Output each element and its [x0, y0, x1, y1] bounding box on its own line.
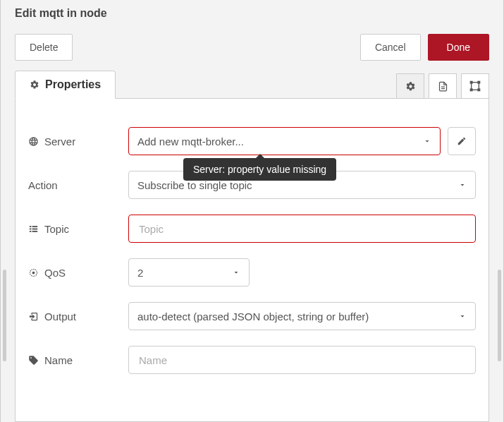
topic-label-text: Topic [44, 223, 69, 235]
name-label-text: Name [44, 354, 73, 366]
qos-row: QoS 2 [28, 258, 476, 287]
name-input-wrap [128, 346, 476, 374]
topic-input[interactable] [137, 215, 467, 242]
svg-rect-4 [478, 81, 480, 83]
chevron-down-icon [458, 312, 467, 320]
left-scroll-indicator [3, 270, 6, 361]
server-select[interactable]: Add new mqtt-broker... [128, 127, 441, 155]
tab-description-icon[interactable] [429, 73, 457, 99]
server-row: Server Add new mqtt-broker... Server: pr… [28, 127, 476, 155]
svg-point-14 [32, 272, 35, 274]
topic-label: Topic [28, 223, 128, 235]
tab-properties-label: Properties [45, 78, 101, 91]
topic-row: Topic [28, 215, 476, 243]
done-button[interactable]: Done [428, 34, 489, 61]
svg-rect-7 [30, 226, 32, 227]
pencil-icon [457, 136, 467, 146]
output-select-value: auto-detect (parsed JSON object, string … [137, 311, 369, 322]
form-area: Server Add new mqtt-broker... Server: pr… [15, 99, 489, 422]
tab-settings-icon[interactable] [396, 73, 424, 99]
server-label-text: Server [44, 135, 75, 147]
qos-label: QoS [28, 267, 128, 279]
action-button-row: Delete Cancel Done [1, 24, 503, 71]
svg-rect-11 [30, 231, 32, 232]
output-select[interactable]: auto-detect (parsed JSON object, string … [128, 302, 476, 330]
tag-icon [28, 355, 39, 366]
target-icon [28, 267, 39, 278]
right-scroll-indicator [498, 270, 501, 361]
svg-rect-9 [30, 228, 32, 229]
svg-rect-12 [32, 231, 38, 232]
panel-title: Edit mqtt in node [15, 7, 489, 20]
output-row: Output auto-detect (parsed JSON object, … [28, 302, 476, 330]
qos-select[interactable]: 2 [128, 258, 250, 287]
chevron-down-icon [232, 268, 240, 277]
delete-button[interactable]: Delete [15, 34, 73, 61]
edit-server-button[interactable] [448, 127, 476, 155]
sign-out-icon [28, 311, 39, 322]
tabs-row: Properties [1, 71, 503, 99]
cancel-button[interactable]: Cancel [360, 34, 421, 61]
tab-appearance-icon[interactable] [461, 73, 489, 99]
name-input[interactable] [137, 346, 467, 373]
chevron-down-icon [423, 137, 431, 145]
server-select-value: Add new mqtt-broker... [137, 135, 244, 147]
svg-rect-5 [470, 89, 472, 91]
topic-input-wrap [128, 215, 476, 243]
name-label: Name [28, 354, 128, 366]
bounds-icon [469, 80, 481, 92]
server-label: Server [28, 135, 128, 147]
action-select-value: Subscribe to single topic [137, 179, 252, 191]
name-row: Name [28, 346, 476, 374]
action-label: Action [28, 179, 128, 191]
globe-icon [28, 136, 39, 147]
action-row: Action Subscribe to single topic [28, 171, 476, 199]
action-label-text: Action [28, 179, 58, 191]
output-label-text: Output [44, 311, 76, 322]
tab-properties[interactable]: Properties [15, 71, 116, 99]
output-label: Output [28, 311, 128, 322]
panel-header: Edit mqtt in node [1, 0, 503, 24]
edit-panel: Edit mqtt in node Delete Cancel Done Pro… [0, 0, 504, 422]
qos-select-value: 2 [137, 267, 143, 279]
qos-label-text: QoS [44, 267, 66, 279]
gear-icon [30, 80, 39, 90]
action-select[interactable]: Subscribe to single topic [128, 171, 476, 199]
svg-rect-8 [32, 226, 38, 227]
svg-rect-3 [470, 81, 472, 83]
file-icon [438, 81, 448, 92]
list-icon [28, 224, 39, 234]
gear-icon [405, 81, 416, 92]
svg-rect-6 [478, 89, 480, 91]
svg-rect-10 [32, 228, 38, 229]
chevron-down-icon [458, 181, 467, 189]
